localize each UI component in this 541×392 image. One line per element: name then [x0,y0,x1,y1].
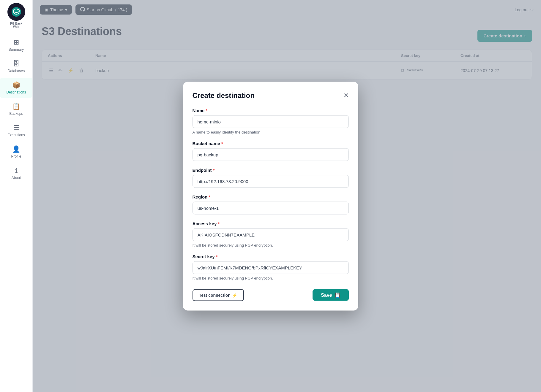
name-input[interactable] [193,115,349,128]
name-help: A name to easily identify the destinatio… [193,130,349,134]
destinations-icon: 📦 [12,81,20,89]
sidebar-item-label: Executions [7,133,25,137]
executions-icon: ☰ [13,124,19,132]
region-label: Region * [193,194,349,199]
sidebar-item-destinations[interactable]: 📦 Destinations [0,78,32,98]
secret-key-input[interactable] [193,261,349,274]
sidebar-item-executions[interactable]: ☰ Executions [0,120,32,141]
form-group-name: Name * A name to easily identify the des… [193,108,349,134]
sidebar-item-summary[interactable]: ⊞ Summary [0,35,32,55]
app-logo [7,3,25,21]
sidebar-item-backups[interactable]: 📋 Backups [0,99,32,119]
about-icon: ℹ [15,167,18,174]
sidebar-item-label: Summary [9,47,24,52]
form-group-bucket-name: Bucket name * [193,141,349,161]
create-destination-modal: Create destination ✕ Name * A name to ea… [183,82,358,310]
required-indicator: * [216,254,218,259]
sidebar-item-label: Destinations [6,90,26,94]
required-indicator: * [221,141,223,146]
endpoint-input[interactable] [193,175,349,188]
sidebar-item-label: Backups [9,112,23,116]
form-group-endpoint: Endpoint * [193,167,349,188]
access-key-help: It will be stored securely using PGP enc… [193,243,349,247]
sidebar-item-label: About [12,176,21,180]
secret-key-help: It will be stored securely using PGP enc… [193,276,349,280]
svg-point-2 [17,9,18,10]
profile-icon: 👤 [12,145,20,153]
required-indicator: * [213,167,214,172]
required-indicator: * [218,221,220,226]
modal-title: Create destination [193,91,255,99]
save-button[interactable]: Save 💾 [313,289,348,301]
access-key-input[interactable] [193,228,349,241]
form-group-secret-key: Secret key * It will be stored securely … [193,254,349,280]
svg-point-0 [12,7,21,17]
modal-header: Create destination ✕ [193,91,349,99]
modal-close-button[interactable]: ✕ [343,92,349,99]
app-name: PG BackWeb [10,22,22,28]
region-input[interactable] [193,201,349,214]
modal-footer: Test connection ⚡ Save 💾 [193,289,349,301]
name-label: Name * [193,108,349,113]
sidebar-item-profile[interactable]: 👤 Profile [0,142,32,162]
bucket-name-input[interactable] [193,148,349,161]
form-group-region: Region * [193,194,349,214]
endpoint-label: Endpoint * [193,167,349,172]
databases-icon: 🗄 [13,60,20,68]
sidebar-item-label: Databases [8,69,25,73]
sidebar-item-about[interactable]: ℹ About [0,163,32,183]
backups-icon: 📋 [12,103,20,110]
sidebar: PG BackWeb ⊞ Summary 🗄 Databases 📦 Desti… [0,0,33,392]
required-indicator: * [206,108,207,113]
test-connection-button[interactable]: Test connection ⚡ [193,289,244,301]
sidebar-item-databases[interactable]: 🗄 Databases [0,56,32,77]
required-indicator: * [209,194,210,199]
sidebar-item-label: Profile [11,154,21,158]
bucket-name-label: Bucket name * [193,141,349,146]
summary-icon: ⊞ [14,39,19,46]
form-group-access-key: Access key * It will be stored securely … [193,221,349,247]
connection-icon: ⚡ [232,293,237,297]
access-key-label: Access key * [193,221,349,226]
secret-key-label: Secret key * [193,254,349,259]
save-icon: 💾 [335,292,340,298]
